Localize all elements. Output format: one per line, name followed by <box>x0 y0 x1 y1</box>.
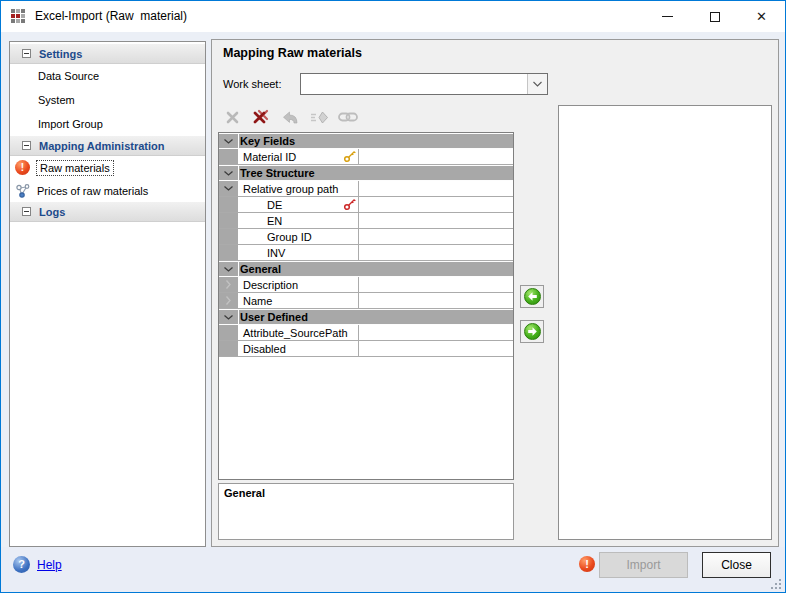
undo-icon[interactable] <box>280 107 300 127</box>
sidebar-item-prices-of-raw-materials[interactable]: Prices of raw materials <box>10 179 205 202</box>
table-group-user-defined[interactable]: User Defined <box>219 309 513 325</box>
group-box-title: General <box>219 484 513 499</box>
minimize-button[interactable] <box>644 1 691 32</box>
table-row[interactable]: Description <box>219 277 513 293</box>
mapping-value-cell[interactable] <box>359 325 513 340</box>
auto-map-icon[interactable] <box>309 107 329 127</box>
table-row[interactable]: EN <box>219 213 513 229</box>
mapping-toolbar <box>218 104 514 130</box>
mapping-value-cell[interactable] <box>359 245 513 260</box>
help-icon: ? <box>13 556 30 573</box>
map-right-button[interactable] <box>520 320 544 343</box>
table-row[interactable]: Relative group path <box>219 181 513 197</box>
table-group-tree-structure[interactable]: Tree Structure <box>219 165 513 181</box>
window-title: Excel-Import (Raw material) <box>35 1 187 32</box>
map-left-button[interactable] <box>520 285 544 308</box>
navigation-sidebar: Settings Data Source System Import Group… <box>9 41 206 547</box>
sidebar-section-mapping-administration[interactable]: Mapping Administration <box>10 136 205 156</box>
table-row[interactable]: Disabled <box>219 341 513 357</box>
collapse-icon[interactable] <box>22 49 31 58</box>
resize-grip[interactable] <box>769 577 781 589</box>
sidebar-item-system[interactable]: System <box>10 88 205 112</box>
import-button[interactable]: Import <box>599 552 688 578</box>
page-title: Mapping Raw materials <box>223 46 362 60</box>
table-row[interactable]: Attribute_SourcePath <box>219 325 513 341</box>
worksheet-select[interactable] <box>300 73 548 95</box>
sidebar-item-data-source[interactable]: Data Source <box>10 64 205 88</box>
combo-dropdown-button[interactable] <box>527 74 547 94</box>
footer-bar: ? Help ! Import Close <box>1 547 785 593</box>
close-dialog-button[interactable]: Close <box>702 552 771 578</box>
link-icon[interactable] <box>338 107 358 127</box>
help-link[interactable]: Help <box>37 558 62 572</box>
chevron-down-icon <box>224 171 233 176</box>
chevron-right-icon <box>226 280 231 289</box>
sidebar-item-import-group[interactable]: Import Group <box>10 112 205 136</box>
relations-icon <box>15 183 31 199</box>
green-arrow-right-icon <box>524 323 541 340</box>
description-group-box: General <box>218 483 514 540</box>
sidebar-item-raw-materials[interactable]: ! Raw materials <box>10 156 205 179</box>
chevron-down-icon <box>224 267 233 272</box>
delete-mapping-icon[interactable] <box>222 107 242 127</box>
table-row[interactable]: INV <box>219 245 513 261</box>
mapping-value-cell[interactable] <box>359 229 513 244</box>
maximize-button[interactable] <box>691 1 738 32</box>
sidebar-section-logs[interactable]: Logs <box>10 202 205 222</box>
close-icon: ✕ <box>756 10 767 23</box>
table-group-general[interactable]: General <box>219 261 513 277</box>
table-row[interactable]: Group ID <box>219 229 513 245</box>
chevron-down-icon <box>533 81 542 87</box>
collapse-icon[interactable] <box>22 141 31 150</box>
key-icon-yellow <box>343 150 356 165</box>
worksheet-value <box>301 74 527 94</box>
table-row[interactable]: Name <box>219 293 513 309</box>
mapping-value-cell[interactable] <box>359 341 513 356</box>
mapping-value-cell[interactable] <box>359 293 513 308</box>
mapping-value-cell[interactable] <box>359 213 513 228</box>
close-button[interactable]: ✕ <box>738 1 785 32</box>
chevron-down-icon <box>224 315 233 320</box>
chevron-down-icon <box>224 186 233 191</box>
collapse-icon[interactable] <box>22 207 31 216</box>
key-icon-red <box>343 198 356 213</box>
table-row[interactable]: Material ID <box>219 149 513 165</box>
app-icon <box>11 9 27 25</box>
mapping-value-cell[interactable] <box>359 197 513 212</box>
table-group-key-fields[interactable]: Key Fields <box>219 133 513 149</box>
mapping-value-cell[interactable] <box>359 181 513 196</box>
green-arrow-left-icon <box>524 288 541 305</box>
chevron-right-icon <box>226 296 231 305</box>
mapping-panel: Mapping Raw materials Work sheet: <box>211 39 779 547</box>
mapping-value-cell[interactable] <box>359 149 513 164</box>
chevron-down-icon <box>224 139 233 144</box>
worksheet-columns-list[interactable] <box>558 105 772 540</box>
error-icon: ! <box>15 160 30 175</box>
minimize-icon <box>662 16 673 17</box>
sidebar-section-settings[interactable]: Settings <box>10 44 205 64</box>
error-icon: ! <box>579 556 595 572</box>
table-row[interactable]: DE <box>219 197 513 213</box>
excel-import-dialog: Excel-Import (Raw material) ✕ Settings D… <box>0 0 786 593</box>
maximize-icon <box>710 12 720 22</box>
titlebar: Excel-Import (Raw material) ✕ <box>1 1 785 32</box>
delete-all-mappings-icon[interactable] <box>251 107 271 127</box>
mapping-value-cell[interactable] <box>359 277 513 292</box>
worksheet-label: Work sheet: <box>223 78 282 90</box>
mapping-table: Key Fields Material ID Tree Structure Re… <box>218 132 514 480</box>
